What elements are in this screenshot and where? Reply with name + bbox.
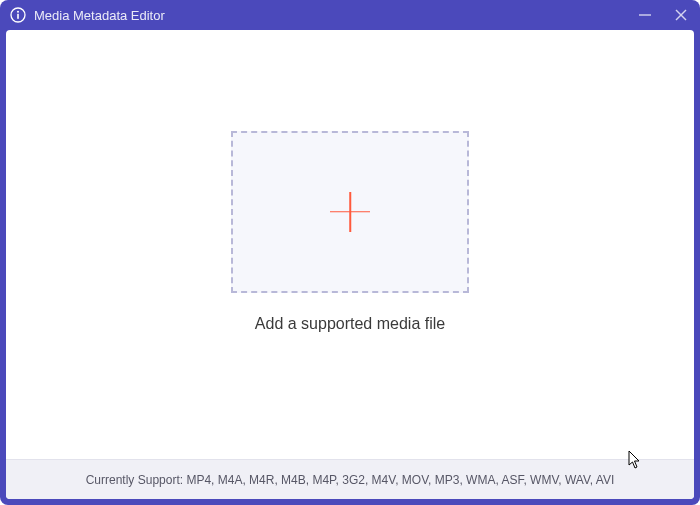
window-title: Media Metadata Editor — [34, 8, 636, 23]
close-button[interactable] — [672, 6, 690, 24]
main-area: Add a supported media file — [6, 30, 694, 459]
supported-formats-footer: Currently Support: MP4, M4A, M4R, M4B, M… — [6, 459, 694, 499]
titlebar: Media Metadata Editor — [0, 0, 700, 30]
minimize-button[interactable] — [636, 6, 654, 24]
add-media-dropzone[interactable] — [231, 131, 469, 293]
svg-rect-2 — [17, 14, 19, 19]
close-icon — [674, 8, 688, 22]
window-controls — [636, 6, 690, 24]
client-area: Add a supported media file Currently Sup… — [6, 30, 694, 499]
supported-formats-text: Currently Support: MP4, M4A, M4R, M4B, M… — [86, 473, 615, 487]
app-window: Media Metadata Editor Add a supported me… — [0, 0, 700, 505]
svg-point-1 — [17, 11, 19, 13]
app-info-icon — [10, 7, 26, 23]
add-media-instruction: Add a supported media file — [255, 315, 445, 333]
minimize-icon — [638, 8, 652, 22]
plus-icon — [330, 192, 370, 232]
